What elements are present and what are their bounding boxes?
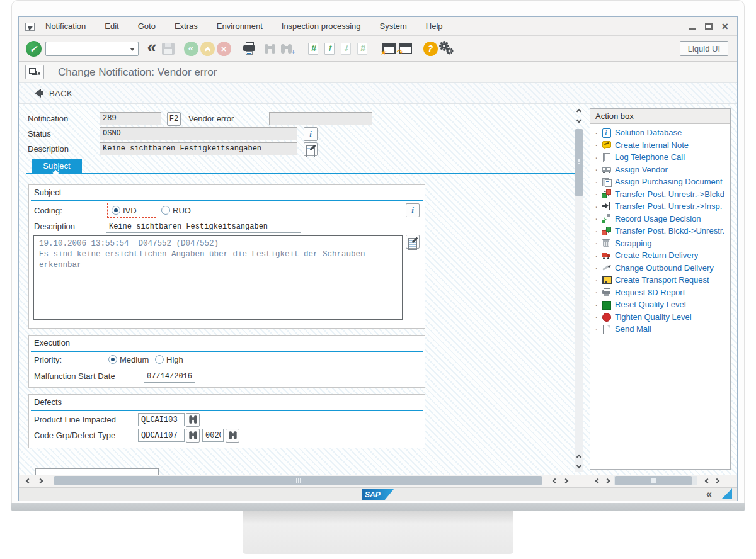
code-grp-input[interactable]	[138, 429, 185, 442]
notification-type-button[interactable]: F2	[167, 112, 181, 126]
action-item[interactable]: ·Create Transport Request	[594, 274, 728, 286]
hscroll-left-button-2[interactable]	[548, 475, 559, 486]
back-button-toolbar[interactable]: «	[183, 38, 199, 59]
scrollbar-thumb[interactable]	[575, 129, 583, 196]
horizontal-scroll-row	[19, 475, 737, 487]
status-field[interactable]: OSNO	[100, 127, 297, 140]
description-field[interactable]: Keine sichtbaren Festigkeitsangaben	[100, 142, 297, 155]
scroll-up-button-bottom[interactable]	[573, 451, 585, 461]
close-button[interactable]: ×	[721, 22, 728, 31]
priority-radio-medium[interactable]	[108, 355, 117, 364]
exit-button[interactable]	[199, 38, 215, 59]
action-item[interactable]: ·Change Outbound Delivery	[594, 262, 728, 274]
title-bar: Change Notification: Vendor error	[19, 62, 737, 83]
customize-layout-button[interactable]	[438, 38, 455, 59]
action-item[interactable]: ·Assign Vendor	[594, 164, 728, 176]
execution-groupbox: Execution Priority: Medium High Malfunct…	[28, 335, 425, 388]
action-hscroll-right-button-2[interactable]	[712, 475, 723, 486]
next-page-button[interactable]: ↓	[338, 38, 354, 59]
menu-item-inspection-processing[interactable]: Inspection processing	[282, 21, 361, 31]
liquid-ui-button[interactable]: Liquid UI	[680, 41, 728, 56]
status-info-button[interactable]: i	[304, 127, 318, 141]
scroll-down-button-bottom[interactable]	[573, 461, 585, 471]
help-button[interactable]: ?	[422, 38, 438, 59]
defect-type-input[interactable]	[202, 429, 224, 442]
collapse-statusbar-button[interactable]: «	[706, 488, 712, 500]
coding-radio-ruo[interactable]	[161, 206, 170, 215]
back-button[interactable]: BACK	[30, 89, 72, 98]
hscrollbar-action-thumb[interactable]	[615, 476, 692, 485]
menu-item-notification[interactable]: Notification	[45, 21, 86, 31]
first-page-button[interactable]: ⇅	[305, 38, 321, 59]
action-item[interactable]: ·Send Mail	[594, 323, 728, 336]
action-hscroll-right-button[interactable]	[602, 475, 614, 486]
action-item[interactable]: ·Assign Purchasing Document	[594, 176, 728, 188]
action-item[interactable]: ·Transfer Post. Unrestr.->Blckd	[594, 188, 728, 201]
menu-item-edit[interactable]: Edit	[105, 21, 118, 31]
action-item-label: Record Usage Decision	[615, 214, 701, 223]
hscrollbar-main[interactable]	[54, 476, 542, 485]
product-line-search-button[interactable]	[186, 413, 200, 427]
action-item[interactable]: ·Record Usage Decision	[594, 213, 728, 225]
longtext-edit-button[interactable]	[406, 235, 420, 249]
action-item[interactable]: ·Reset Quality Level	[594, 298, 728, 311]
product-line-input[interactable]	[138, 413, 185, 426]
action-item[interactable]: ·Create Return Delivery	[594, 249, 728, 262]
priority-radio-high[interactable]	[155, 355, 164, 364]
notification-number-field[interactable]: 289	[100, 112, 161, 125]
menu-item-environment[interactable]: Environment	[217, 21, 263, 31]
notification-ref-field[interactable]	[269, 112, 372, 125]
command-input[interactable]	[46, 42, 138, 55]
maximize-button[interactable]	[705, 23, 713, 30]
find-button[interactable]	[262, 38, 278, 59]
action-item[interactable]: ·Request 8D Report	[594, 286, 728, 299]
hscrollbar-action[interactable]	[614, 476, 697, 485]
hscrollbar-main-thumb[interactable]	[54, 476, 542, 485]
command-field[interactable]	[45, 42, 139, 56]
action-item[interactable]: ·Transfer Post. Unrestr.->Insp.	[594, 200, 728, 213]
subject-description-input[interactable]	[106, 220, 301, 233]
action-item[interactable]: ·Solution Database	[594, 127, 728, 139]
action-hscroll-left-button-2[interactable]	[701, 475, 712, 486]
description-edit-button[interactable]	[304, 142, 318, 156]
malfunction-date-input[interactable]	[144, 370, 195, 383]
hscroll-left-button[interactable]	[21, 475, 33, 486]
scroll-up-button[interactable]	[573, 105, 585, 115]
vertical-scrollbar[interactable]	[573, 105, 585, 472]
generate-shortcut-button[interactable]: ↷	[397, 38, 413, 59]
collapse-command-button[interactable]: «	[144, 38, 160, 59]
action-item[interactable]: ·Create Internal Note	[594, 139, 728, 152]
print-button[interactable]	[241, 38, 257, 59]
menu-item-system[interactable]: System	[380, 21, 407, 31]
subject-box-title: Subject	[34, 188, 61, 197]
last-page-button[interactable]: ⇅	[354, 38, 370, 59]
system-menu-icon[interactable]	[25, 22, 37, 31]
new-session-button[interactable]: ★	[381, 38, 397, 59]
action-item[interactable]: ·Transfer Post. Blckd->Unrestr.	[594, 225, 728, 237]
long-text-area[interactable]: 19.10.2006 13:55:54 D047552 (D047552)Es …	[33, 235, 403, 320]
hscroll-right-button[interactable]	[35, 475, 47, 486]
code-grp-search-button[interactable]	[186, 429, 200, 443]
previous-page-button[interactable]: ↑	[321, 38, 338, 59]
menu-item-extras[interactable]: Extras	[175, 21, 198, 31]
action-hscroll-left-button[interactable]	[591, 475, 602, 486]
transfer-blocked-icon	[602, 189, 612, 198]
save-button[interactable]	[160, 38, 176, 59]
resize-grip[interactable]	[721, 488, 732, 499]
screen-menu-button[interactable]	[25, 65, 44, 79]
coding-radio-ivd[interactable]	[112, 206, 120, 215]
action-item[interactable]: ·Scrapping	[594, 237, 728, 250]
scroll-down-button[interactable]	[573, 116, 585, 126]
bullet: ·	[594, 287, 598, 297]
menu-item-help[interactable]: Help	[426, 21, 443, 31]
menu-item-goto[interactable]: Goto	[138, 21, 156, 31]
hscroll-right-button-2[interactable]	[561, 475, 572, 486]
minimize-button[interactable]	[689, 28, 696, 30]
find-next-button[interactable]: +	[278, 38, 295, 59]
defect-type-search-button[interactable]	[226, 429, 239, 443]
action-item[interactable]: ·Log Telephone Call	[594, 151, 728, 164]
cancel-button[interactable]: ×	[215, 38, 232, 59]
action-item[interactable]: ·Tighten Quality Level	[594, 311, 728, 324]
coding-info-button[interactable]: i	[406, 203, 420, 217]
enter-button[interactable]: ✓	[25, 38, 42, 59]
